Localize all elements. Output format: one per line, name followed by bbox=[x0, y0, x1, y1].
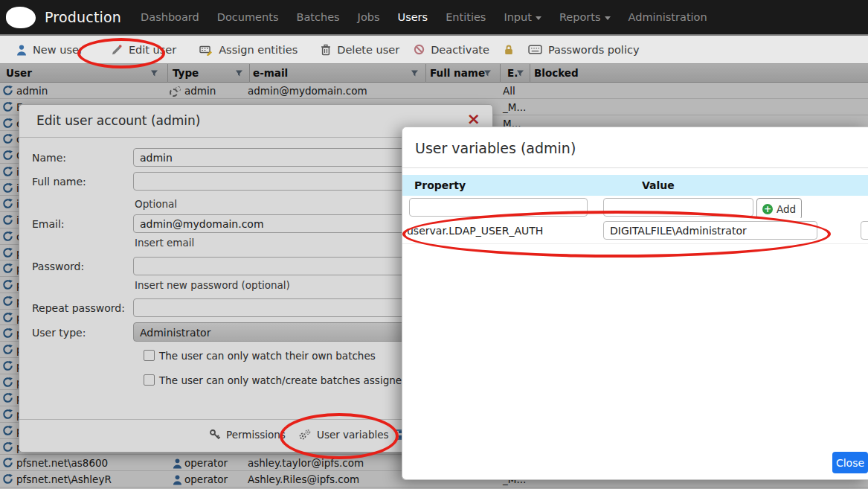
user-variables-title: User variables (admin) bbox=[415, 140, 576, 156]
variable-value-input[interactable] bbox=[603, 221, 817, 240]
top-nav: Production Dashboard Documents Batches J… bbox=[0, 0, 868, 34]
edit-user-label: Edit user bbox=[129, 44, 176, 56]
brand-title: Production bbox=[45, 9, 121, 25]
keyboard-icon bbox=[528, 45, 542, 54]
new-user-button[interactable]: New user bbox=[16, 44, 83, 56]
close-button[interactable]: Close bbox=[832, 452, 868, 473]
add-label: Add bbox=[777, 203, 796, 215]
assign-entities-label: Assign entities bbox=[219, 44, 298, 56]
value-column-header: Value bbox=[642, 179, 675, 191]
variables-table-header bbox=[402, 175, 868, 196]
trash-icon bbox=[321, 44, 331, 56]
delete-user-label: Delete user bbox=[337, 44, 399, 56]
deactivate-icon bbox=[414, 44, 425, 55]
nav-item-input[interactable]: Input bbox=[504, 11, 541, 23]
users-toolbar: New user Edit user Assign entities Delet… bbox=[0, 34, 868, 64]
passwords-policy-button[interactable]: Passwords policy bbox=[528, 44, 640, 56]
nav-item-reports[interactable]: Reports bbox=[559, 11, 611, 23]
value-filter-input[interactable] bbox=[603, 198, 753, 217]
nav-item-administration[interactable]: Administration bbox=[629, 11, 707, 23]
assign-entities-icon bbox=[199, 44, 213, 56]
edit-user-button[interactable]: Edit user bbox=[111, 44, 176, 56]
user-variables-dialog: User variables (admin) Property Value Ad… bbox=[402, 127, 868, 480]
nav-item-reports-label: Reports bbox=[559, 11, 601, 23]
pencil-icon bbox=[111, 44, 123, 56]
delete-user-button[interactable]: Delete user bbox=[321, 44, 399, 56]
chevron-down-icon bbox=[605, 16, 611, 20]
lock-button[interactable] bbox=[504, 44, 514, 56]
new-user-label: New user bbox=[33, 44, 83, 56]
person-icon bbox=[16, 44, 27, 56]
title-divider bbox=[402, 167, 868, 168]
variable-row[interactable]: uservar.LDAP_USER_AUTH bbox=[402, 218, 868, 244]
app-logo bbox=[6, 7, 36, 28]
lock-icon bbox=[504, 44, 514, 56]
nav-item-documents[interactable]: Documents bbox=[217, 11, 279, 23]
chevron-down-icon bbox=[536, 16, 541, 20]
nav-item-dashboard[interactable]: Dashboard bbox=[141, 11, 199, 23]
deactivate-button[interactable]: Deactivate bbox=[414, 44, 489, 56]
variable-value-input-cutoff[interactable] bbox=[861, 221, 868, 240]
plus-circle-icon bbox=[762, 204, 773, 214]
nav-item-users[interactable]: Users bbox=[398, 11, 428, 23]
property-column-header: Property bbox=[414, 179, 466, 191]
add-variable-button[interactable]: Add bbox=[756, 198, 802, 220]
nav-item-entities[interactable]: Entities bbox=[446, 11, 486, 23]
nav-item-input-label: Input bbox=[504, 11, 532, 23]
passwords-policy-label: Passwords policy bbox=[548, 44, 640, 56]
assign-entities-button[interactable]: Assign entities bbox=[199, 44, 298, 56]
deactivate-label: Deactivate bbox=[431, 44, 489, 56]
nav-item-jobs[interactable]: Jobs bbox=[358, 11, 380, 23]
nav-item-batches[interactable]: Batches bbox=[296, 11, 339, 23]
app-window: Production Dashboard Documents Batches J… bbox=[0, 0, 868, 489]
property-filter-input[interactable] bbox=[409, 198, 588, 217]
variable-property: uservar.LDAP_USER_AUTH bbox=[407, 225, 543, 237]
